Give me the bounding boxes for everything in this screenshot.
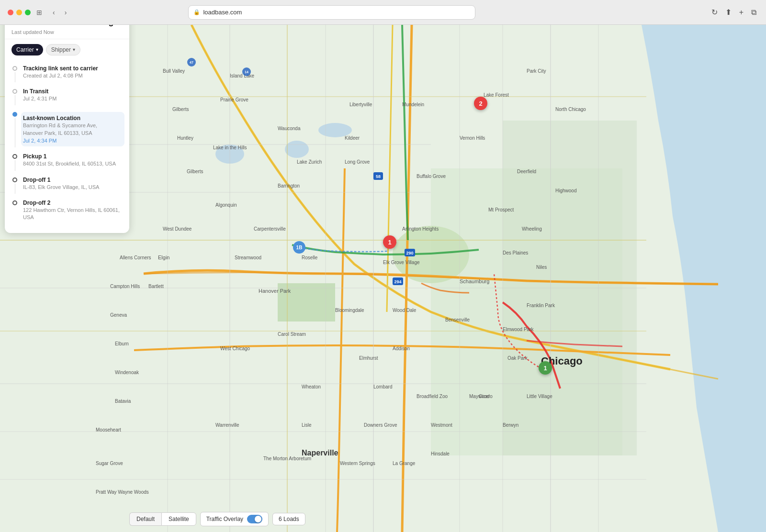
tab-carrier[interactable]: Carrier ▾	[11, 44, 43, 55]
svg-text:Pratt Way Wayne Woods: Pratt Way Wayne Woods	[96, 489, 149, 495]
timeline-item-transit: In Transit Jul 2, 4:31 PM	[11, 85, 123, 108]
nav-forward-button[interactable]: ›	[62, 7, 70, 18]
svg-text:Elburn: Elburn	[115, 341, 129, 346]
timeline-connector	[15, 72, 15, 82]
svg-text:Wheaton: Wheaton	[302, 384, 321, 389]
svg-text:Broadfield Zoo: Broadfield Zoo	[417, 394, 448, 399]
marker-red-2[interactable]: 2	[474, 97, 487, 110]
svg-text:Allens Corners: Allens Corners	[120, 255, 151, 260]
dropoff1-desc: IL-83, Elk Grove Village, IL, USA	[23, 184, 123, 191]
marker-red-1[interactable]: 1	[383, 235, 396, 249]
svg-text:Hanover Park: Hanover Park	[259, 288, 291, 294]
svg-text:Libertyville: Libertyville	[349, 102, 372, 107]
sidebar-toggle-button[interactable]: ⊞	[34, 7, 44, 18]
marker-current-location[interactable]: 1B	[293, 241, 305, 259]
svg-text:Mundelein: Mundelein	[402, 102, 424, 107]
svg-text:Carpentersville: Carpentersville	[254, 226, 286, 232]
svg-text:Carol Stream: Carol Stream	[278, 332, 306, 337]
lock-icon: 🔒	[193, 9, 200, 15]
timeline-item-tracking: Tracking link sent to carrier Created at…	[11, 62, 123, 85]
svg-text:Bloomingdale: Bloomingdale	[335, 308, 364, 313]
svg-text:Windenoak: Windenoak	[115, 370, 139, 375]
svg-text:47: 47	[190, 61, 193, 64]
map-satellite-button[interactable]: Satellite	[161, 512, 196, 526]
svg-text:1B: 1B	[296, 245, 303, 250]
svg-text:Cicero: Cicero	[479, 394, 493, 399]
svg-text:Wheeling: Wheeling	[522, 226, 542, 232]
dropoff2-desc: 122 Hawthorn Ctr, Vernon Hills, IL 60061…	[23, 207, 123, 222]
svg-text:Oak Park: Oak Park	[507, 355, 528, 361]
timeline-content-dropoff1: Drop-off 1 IL-83, Elk Grove Village, IL,…	[23, 177, 123, 194]
svg-text:Barrington: Barrington	[278, 183, 300, 188]
timeline-content-dropoff2: Drop-off 2 122 Hawthorn Ctr, Vernon Hill…	[23, 200, 123, 224]
traffic-lights	[8, 10, 31, 15]
svg-text:Lake Zurich: Lake Zurich	[297, 159, 322, 165]
svg-text:Lake in the Hills: Lake in the Hills	[213, 145, 247, 150]
close-button[interactable]	[8, 10, 13, 15]
svg-text:Hinsdale: Hinsdale	[431, 451, 450, 456]
svg-text:Westmont: Westmont	[431, 422, 452, 428]
map-bottom-bar: Default Satellite Traffic Overlay 6 Load…	[129, 512, 756, 526]
marker-green-1[interactable]: 1	[539, 361, 552, 375]
timeline-line	[11, 65, 18, 82]
timeline-content-pickup1: Pickup 1 8400 31st St, Brookfield, IL 60…	[23, 153, 123, 170]
svg-text:Buffalo Grove: Buffalo Grove	[417, 174, 446, 179]
address-bar[interactable]: 🔒 loadbase.com	[188, 5, 475, 20]
timeline-content-location: Last-known Location Barrington Rd & Syca…	[21, 112, 124, 146]
timeline-connector-location	[15, 118, 15, 147]
timeline-item-pickup1: Pickup 1 8400 31st St, Brookfield, IL 60…	[11, 150, 123, 173]
loads-badge: 6 Loads	[272, 513, 305, 525]
timeline-content-transit: In Transit Jul 2, 4:31 PM	[23, 88, 123, 105]
timeline-line-location	[11, 111, 18, 147]
browser-actions: ↻ ⬆ + ⧉	[710, 6, 758, 19]
traffic-toggle[interactable]: Traffic Overlay	[200, 512, 269, 526]
svg-text:Elgin: Elgin	[158, 255, 169, 260]
loads-count: 6 Loads	[279, 516, 299, 522]
svg-text:Lombard: Lombard	[373, 384, 392, 389]
svg-text:Warrenville: Warrenville	[215, 422, 239, 428]
svg-text:Geneva: Geneva	[110, 312, 127, 318]
svg-text:Gilberts: Gilberts	[187, 169, 203, 174]
new-tab-button[interactable]: +	[737, 6, 745, 19]
svg-text:Des Plaines: Des Plaines	[503, 250, 528, 255]
timeline-dot-pickup1	[12, 154, 17, 159]
dropoff2-title: Drop-off 2	[23, 200, 123, 206]
maximize-button[interactable]	[25, 10, 31, 15]
svg-text:Park City: Park City	[527, 68, 546, 74]
timeline-dot-dropoff2	[12, 200, 17, 205]
share-button[interactable]: ⬆	[723, 6, 733, 19]
pickup1-desc: 8400 31st St, Brookfield, IL 60513, USA	[23, 160, 123, 167]
svg-text:Prairie Grove: Prairie Grove	[220, 97, 248, 102]
svg-text:Island Lake: Island Lake	[230, 73, 255, 78]
sidebar-panel: Great American Trucking Last updated Now…	[5, 5, 129, 233]
svg-text:Little Village: Little Village	[527, 394, 552, 399]
traffic-switch[interactable]	[247, 515, 262, 523]
minimize-button[interactable]	[16, 10, 22, 15]
svg-text:Algonquin: Algonquin	[215, 202, 237, 208]
traffic-label: Traffic Overlay	[206, 516, 243, 522]
svg-text:Gilberts: Gilberts	[172, 107, 189, 112]
svg-text:58: 58	[376, 174, 381, 179]
svg-text:Elmwood Park: Elmwood Park	[503, 327, 534, 332]
svg-text:Berwyn: Berwyn	[503, 422, 518, 428]
svg-text:Downers Grove: Downers Grove	[364, 422, 397, 428]
timeline: Tracking link sent to carrier Created at…	[5, 60, 129, 227]
tracking-desc: Created at Jul 2, 4:08 PM	[23, 72, 123, 79]
nav-back-button[interactable]: ‹	[50, 7, 58, 18]
svg-text:West Dundee: West Dundee	[163, 226, 192, 232]
svg-text:Campton Hills: Campton Hills	[110, 284, 140, 289]
location-time: Jul 2, 4:34 PM	[23, 138, 123, 144]
svg-point-6	[285, 141, 309, 158]
tab-shipper[interactable]: Shipper ▾	[46, 44, 80, 55]
map-default-button[interactable]: Default	[129, 512, 161, 526]
svg-text:Batavia: Batavia	[115, 399, 131, 404]
timeline-item-location: Last-known Location Barrington Rd & Syca…	[11, 108, 123, 150]
svg-text:Lisle: Lisle	[302, 422, 312, 428]
timeline-connector-pickup1	[15, 160, 15, 170]
reload-button[interactable]: ↻	[710, 6, 720, 19]
last-updated: Last updated Now	[11, 29, 123, 35]
tab-overview-button[interactable]: ⧉	[749, 6, 758, 19]
svg-text:Wauconda: Wauconda	[278, 126, 301, 131]
svg-text:West Chicago: West Chicago	[220, 346, 250, 351]
svg-text:Elmhurst: Elmhurst	[359, 355, 378, 361]
